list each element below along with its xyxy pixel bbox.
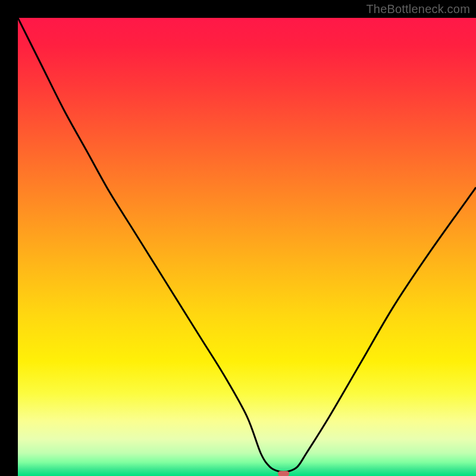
gradient-background [18,18,476,476]
chart-svg [18,18,476,476]
optimal-marker [278,471,289,476]
watermark-text: TheBottleneck.com [366,2,470,16]
chart-plot-area [18,18,476,476]
